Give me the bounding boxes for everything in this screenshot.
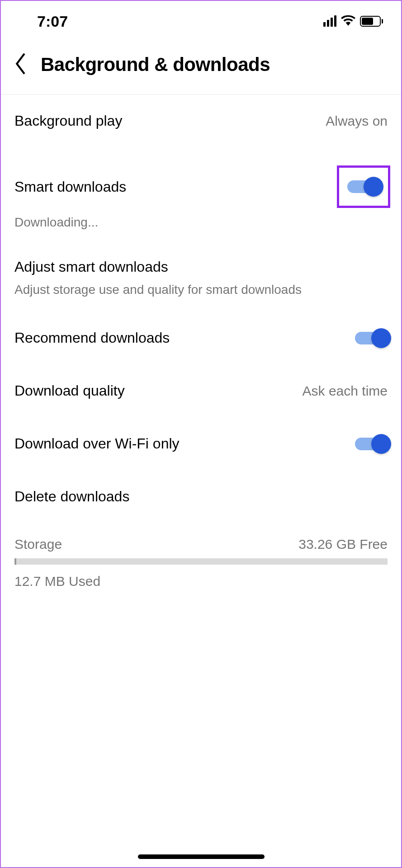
- smart-downloads-toggle[interactable]: [347, 180, 380, 193]
- setting-subtitle: Downloading...: [14, 215, 388, 230]
- battery-icon: [360, 16, 383, 27]
- home-indicator[interactable]: [138, 854, 265, 859]
- page-title: Background & downloads: [41, 54, 270, 75]
- wifi-icon: [341, 15, 355, 28]
- header: Background & downloads: [1, 42, 401, 94]
- status-bar: 7:07: [1, 1, 401, 42]
- setting-label: Delete downloads: [14, 488, 129, 505]
- setting-recommend-downloads[interactable]: Recommend downloads: [14, 311, 388, 364]
- storage-used: 12.7 MB Used: [14, 574, 388, 589]
- annotation-highlight: [337, 165, 390, 208]
- setting-label: Background play: [14, 113, 122, 129]
- setting-label: Adjust smart downloads: [14, 259, 168, 275]
- download-wifi-only-toggle[interactable]: [355, 438, 388, 450]
- setting-value: Ask each time: [303, 383, 388, 399]
- recommend-downloads-toggle[interactable]: [355, 332, 388, 344]
- storage-label: Storage: [14, 537, 62, 552]
- setting-label: Download quality: [14, 382, 125, 399]
- setting-label: Smart downloads: [14, 179, 126, 195]
- storage-bar: [14, 558, 388, 565]
- setting-adjust-smart-downloads[interactable]: Adjust smart downloads Adjust storage us…: [14, 244, 388, 297]
- setting-value: Always on: [326, 113, 388, 129]
- settings-content: Background play Always on Smart download…: [1, 94, 401, 589]
- setting-smart-downloads[interactable]: Smart downloads Downloading...: [14, 147, 388, 230]
- storage-section: Storage 33.26 GB Free 12.7 MB Used: [14, 537, 388, 589]
- status-indicators: [323, 15, 383, 28]
- setting-subtitle: Adjust storage use and quality for smart…: [14, 283, 388, 297]
- storage-free: 33.26 GB Free: [298, 537, 388, 552]
- setting-download-wifi-only[interactable]: Download over Wi-Fi only: [14, 417, 388, 470]
- setting-delete-downloads[interactable]: Delete downloads: [14, 470, 388, 523]
- setting-label: Download over Wi-Fi only: [14, 435, 180, 452]
- setting-download-quality[interactable]: Download quality Ask each time: [14, 364, 388, 417]
- cellular-signal-icon: [323, 16, 336, 27]
- status-time: 7:07: [37, 13, 68, 30]
- storage-bar-fill: [14, 558, 16, 565]
- back-button[interactable]: [14, 52, 28, 77]
- setting-label: Recommend downloads: [14, 330, 170, 346]
- setting-background-play[interactable]: Background play Always on: [14, 94, 388, 147]
